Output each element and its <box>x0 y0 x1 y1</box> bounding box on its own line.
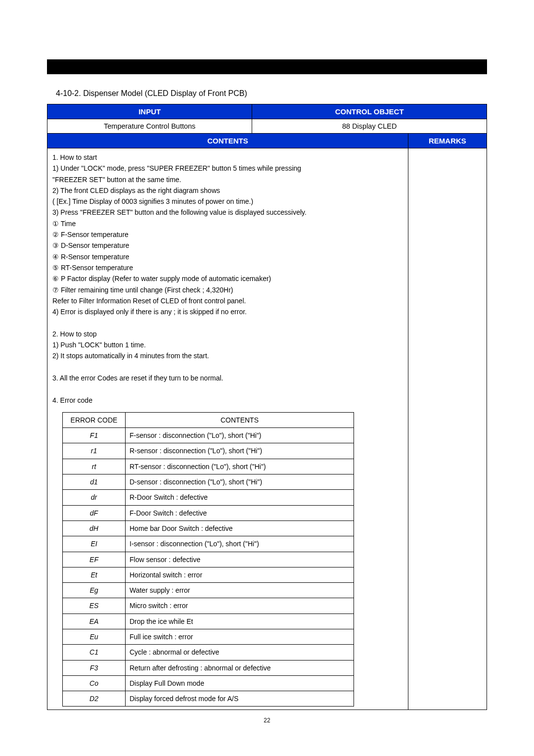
error-header-code: ERROR CODE <box>63 412 126 427</box>
table-row: EtHorizontal switch : error <box>63 567 354 582</box>
s1-3-1: ① Time <box>52 219 403 229</box>
s1-3-5: ⑤ RT-Sensor temperature <box>52 263 403 273</box>
error-desc: F-sensor : disconnection ("Lo"), short (… <box>126 428 354 443</box>
header-contents: CONTENTS <box>47 134 408 148</box>
error-code: dr <box>63 490 126 505</box>
error-code-table: ERROR CODE CONTENTS F1F-sensor : disconn… <box>62 412 354 707</box>
s1-4: 4) Error is displayed only if there is a… <box>52 307 403 317</box>
error-desc: Micro switch : error <box>126 598 354 614</box>
cell-control-value: 88 Display CLED <box>252 119 487 134</box>
main-table: INPUT CONTROL OBJECT Temperature Control… <box>47 104 487 710</box>
table-row: r1R-sensor : disconnection ("Lo"), short… <box>63 443 354 459</box>
error-desc: Cycle : abnormal or defective <box>126 645 354 660</box>
error-desc: Water supply : error <box>126 583 354 598</box>
table-row: drR-Door Switch : defective <box>63 490 354 505</box>
error-desc: Return after defrosting : abnormal or de… <box>126 660 354 675</box>
s2-2: 2) It stops automatically in 4 minutes f… <box>52 351 403 361</box>
error-desc: RT-sensor : disconnection ("Lo"), short … <box>126 459 354 474</box>
error-desc: I-sensor : disconnection ("Lo"), short (… <box>126 536 354 552</box>
error-desc: Display Full Down mode <box>126 675 354 691</box>
s1-title: 1. How to start <box>52 152 403 162</box>
section-title: 4-10-2. Dispenser Model (CLED Display of… <box>56 89 487 98</box>
page-content: 4-10-2. Dispenser Model (CLED Display of… <box>47 74 487 724</box>
error-code: d1 <box>63 474 126 490</box>
s2-1: 1) Push "LOCK" button 1 time. <box>52 340 403 350</box>
s1-2b: ( [Ex.] Time Display of 0003 signifies 3… <box>52 196 403 206</box>
header-remarks: REMARKS <box>408 134 487 148</box>
error-desc: D-sensor : disconnection ("Lo"), short (… <box>126 474 354 490</box>
table-row: ESMicro switch : error <box>63 598 354 614</box>
error-code: F1 <box>63 428 126 443</box>
cell-input-value: Temperature Control Buttons <box>47 119 252 134</box>
error-desc: Horizontal switch : error <box>126 567 354 582</box>
error-desc: Drop the ice while Et <box>126 614 354 629</box>
s1-1b: "FREEZER SET" button at the same time. <box>52 175 403 185</box>
table-row: d1D-sensor : disconnection ("Lo"), short… <box>63 474 354 490</box>
error-code: rt <box>63 459 126 474</box>
error-code: Eg <box>63 583 126 598</box>
error-desc: R-sensor : disconnection ("Lo"), short (… <box>126 443 354 459</box>
table-row: CoDisplay Full Down mode <box>63 675 354 691</box>
table-row: D2Display forced defrost mode for A/S <box>63 691 354 707</box>
error-code: Co <box>63 675 126 691</box>
s1-3-4: ④ R-Sensor temperature <box>52 252 403 262</box>
s1-2: 2) The front CLED displays as the right … <box>52 186 403 195</box>
remarks-cell <box>408 148 487 710</box>
table-row: dFF-Door Switch : defective <box>63 505 354 520</box>
table-row: EADrop the ice while Et <box>63 614 354 629</box>
instructions-block: 1. How to start 1) Under "LOCK" mode, pr… <box>52 152 403 405</box>
error-code: EI <box>63 536 126 552</box>
error-code: dH <box>63 520 126 536</box>
error-code: ES <box>63 598 126 614</box>
s1-3-3: ③ D-Sensor temperature <box>52 240 403 250</box>
s1-3: 3) Press "FREEZER SET" button and the fo… <box>52 207 403 217</box>
s3: 3. All the error Codes are reset if they… <box>52 373 403 383</box>
error-code: Et <box>63 567 126 582</box>
error-desc: R-Door Switch : defective <box>126 490 354 505</box>
table-row: rtRT-sensor : disconnection ("Lo"), shor… <box>63 459 354 474</box>
error-code: EF <box>63 552 126 567</box>
error-code: r1 <box>63 443 126 459</box>
error-code: dF <box>63 505 126 520</box>
black-header-bar <box>47 59 487 74</box>
error-desc: Flow sensor : defective <box>126 552 354 567</box>
error-code: F3 <box>63 660 126 675</box>
table-row: F1F-sensor : disconnection ("Lo"), short… <box>63 428 354 443</box>
error-header-contents: CONTENTS <box>126 412 354 427</box>
s1-3-7: ⑦ Filter remaining time until change (Fi… <box>52 285 403 295</box>
error-code: Eu <box>63 629 126 644</box>
header-input: INPUT <box>47 104 252 119</box>
table-row: EgWater supply : error <box>63 583 354 598</box>
error-code: D2 <box>63 691 126 707</box>
s1-3-6: ⑥ P Factor display (Refer to water suppl… <box>52 274 403 284</box>
s2-title: 2. How to stop <box>52 329 403 339</box>
error-code: EA <box>63 614 126 629</box>
error-desc: Display forced defrost mode for A/S <box>126 691 354 707</box>
s4: 4. Error code <box>52 395 403 405</box>
s1-3-7b: Refer to Filter Information Reset of CLE… <box>52 296 403 306</box>
error-code: C1 <box>63 645 126 660</box>
contents-cell: 1. How to start 1) Under "LOCK" mode, pr… <box>47 148 408 710</box>
table-row: EuFull ice switch : error <box>63 629 354 644</box>
page-number: 22 <box>47 717 487 724</box>
error-desc: F-Door Switch : defective <box>126 505 354 520</box>
table-row: F3Return after defrosting : abnormal or … <box>63 660 354 675</box>
error-desc: Full ice switch : error <box>126 629 354 644</box>
error-desc: Home bar Door Switch : defective <box>126 520 354 536</box>
header-control-object: CONTROL OBJECT <box>252 104 487 119</box>
table-row: C1Cycle : abnormal or defective <box>63 645 354 660</box>
s1-3-2: ② F-Sensor temperature <box>52 230 403 239</box>
s1-1: 1) Under "LOCK" mode, press "SUPER FREEZ… <box>52 163 403 173</box>
table-row: EFFlow sensor : defective <box>63 552 354 567</box>
table-row: EII-sensor : disconnection ("Lo"), short… <box>63 536 354 552</box>
table-row: dHHome bar Door Switch : defective <box>63 520 354 536</box>
